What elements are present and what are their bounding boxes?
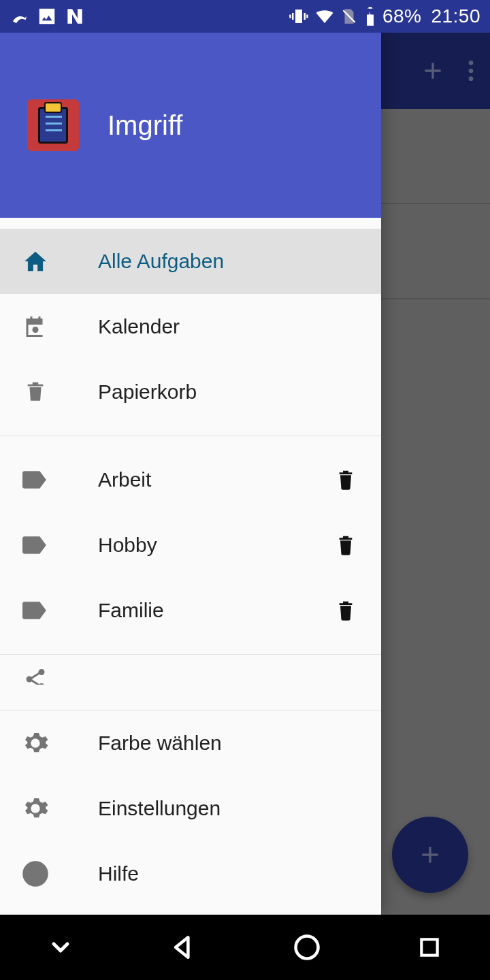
- sim-off-icon: [340, 6, 358, 27]
- photos-icon: [37, 6, 57, 27]
- nav-label: Papierkorb: [98, 380, 359, 404]
- wifi-icon: [314, 6, 335, 27]
- nav-label: Alle Aufgaben: [98, 250, 359, 273]
- status-left: [10, 5, 86, 27]
- divider: [0, 654, 381, 655]
- back-icon[interactable]: [168, 932, 198, 962]
- gear-icon: [22, 795, 49, 822]
- status-bar: 68% 21:50: [0, 0, 490, 33]
- delete-tag-button[interactable]: [332, 466, 359, 493]
- drawer-header: Imgriff: [0, 33, 381, 218]
- lizard-icon: [10, 6, 30, 27]
- home-icon: [22, 248, 49, 275]
- app-title: Imgriff: [108, 110, 182, 141]
- share-icon: [22, 666, 49, 685]
- clipboard-icon: [38, 107, 68, 144]
- tag-icon: [22, 597, 49, 624]
- nav-calendar[interactable]: Kalender: [0, 294, 381, 359]
- clock: 21:50: [431, 5, 480, 27]
- delete-tag-button[interactable]: [332, 597, 359, 624]
- n-icon: [64, 5, 86, 27]
- nav-help[interactable]: Hilfe: [0, 841, 381, 906]
- trash-icon: [22, 378, 49, 406]
- nav-label: Farbe wählen: [98, 732, 359, 755]
- nav-label: Familie: [98, 599, 283, 622]
- chevron-down-icon[interactable]: [47, 934, 74, 961]
- delete-tag-button[interactable]: [332, 532, 359, 559]
- vibrate-icon: [289, 6, 309, 27]
- app-logo: [27, 99, 79, 151]
- nav-tag-familie[interactable]: Familie: [0, 578, 381, 643]
- svg-point-3: [33, 327, 39, 333]
- nav-settings[interactable]: Einstellungen: [0, 776, 381, 841]
- battery-charging-icon: [363, 6, 377, 27]
- nav-tag-hobby[interactable]: Hobby: [0, 512, 381, 578]
- help-icon: [22, 860, 49, 887]
- tag-icon: [22, 466, 49, 493]
- nav-trash[interactable]: Papierkorb: [0, 359, 381, 425]
- svg-point-9: [296, 936, 318, 959]
- nav-label: Einstellungen: [98, 797, 359, 820]
- status-right: 68% 21:50: [289, 5, 480, 27]
- drawer-bottom: Farbe wählen Einstellungen Hilfe: [0, 710, 381, 915]
- nav-color[interactable]: Farbe wählen: [0, 710, 381, 776]
- divider: [0, 436, 381, 436]
- nav-all-tasks[interactable]: Alle Aufgaben: [0, 229, 381, 294]
- nav-tag-arbeit[interactable]: Arbeit: [0, 447, 381, 512]
- nav-label: Hilfe: [98, 862, 359, 885]
- recents-icon[interactable]: [416, 934, 443, 961]
- navigation-drawer: Imgriff Alle Aufgaben Kalender: [0, 33, 381, 915]
- svg-rect-10: [421, 939, 437, 955]
- nav-label: Hobby: [98, 534, 283, 557]
- nav-item-partial[interactable]: [0, 666, 381, 685]
- home-nav-icon[interactable]: [292, 932, 322, 962]
- tag-icon: [22, 532, 49, 559]
- calendar-icon: [22, 313, 49, 340]
- android-navbar: [0, 915, 490, 980]
- nav-label: Kalender: [98, 315, 359, 338]
- svg-point-8: [34, 879, 36, 881]
- gear-icon: [22, 730, 49, 757]
- nav-label: Arbeit: [98, 468, 283, 491]
- battery-percent: 68%: [382, 5, 422, 27]
